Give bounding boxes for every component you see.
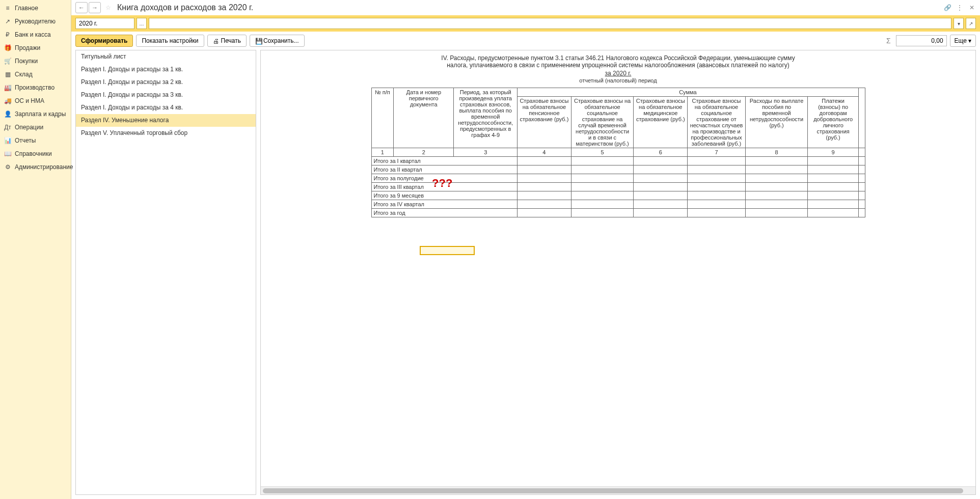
table-cell[interactable]: [634, 183, 688, 191]
nav-item-directories[interactable]: 📖 Справочники: [0, 147, 71, 160]
table-row: Итого за II квартал: [371, 165, 865, 174]
table-cell[interactable]: [808, 165, 859, 174]
table-cell[interactable]: [688, 183, 746, 191]
section-q2[interactable]: Раздел I. Доходы и расходы за 2 кв.: [76, 76, 256, 89]
nav-item-main[interactable]: ≡ Главное: [0, 2, 71, 15]
nav-item-warehouse[interactable]: ▦ Склад: [0, 68, 71, 81]
table-cell[interactable]: [745, 209, 807, 217]
table-cell[interactable]: [688, 174, 746, 183]
table-cell[interactable]: [571, 200, 633, 209]
scrollbar-thumb[interactable]: [263, 488, 963, 493]
section-title-page[interactable]: Титульный лист: [76, 50, 256, 63]
nav-item-sales[interactable]: 🎁 Продажи: [0, 41, 71, 54]
horizontal-scrollbar[interactable]: [261, 486, 975, 494]
nav-item-operations[interactable]: Дт Операции: [0, 121, 71, 134]
nav-label: Администрирование: [15, 163, 73, 171]
section-trade-fee[interactable]: Раздел V. Уплаченный торговый сбор: [76, 127, 256, 140]
table-cell[interactable]: [808, 191, 859, 200]
section-q4[interactable]: Раздел I. Доходы и расходы за 4 кв.: [76, 101, 256, 114]
table-cell[interactable]: [688, 157, 746, 165]
save-button[interactable]: 💾Сохранить...: [250, 35, 305, 47]
table-cell[interactable]: [517, 191, 571, 200]
row-label[interactable]: Итого за год: [371, 209, 517, 217]
section-q1[interactable]: Раздел I. Доходы и расходы за 1 кв.: [76, 63, 256, 76]
generate-button[interactable]: Сформировать: [75, 35, 133, 47]
table-cell[interactable]: [571, 209, 633, 217]
favorite-button[interactable]: ☆: [103, 3, 113, 12]
table-cell[interactable]: [688, 165, 746, 174]
row-label[interactable]: Итого за 9 месяцев: [371, 191, 517, 200]
table-cell[interactable]: [571, 183, 633, 191]
table-cell[interactable]: [517, 174, 571, 183]
table-cell[interactable]: [688, 209, 746, 217]
table-cell[interactable]: [745, 200, 807, 209]
period-input[interactable]: [75, 18, 134, 29]
back-button[interactable]: ←: [75, 2, 88, 13]
table-cell[interactable]: [808, 209, 859, 217]
selected-cell[interactable]: [420, 246, 475, 255]
nav-item-manager[interactable]: ↗ Руководителю: [0, 15, 71, 28]
nav-item-admin[interactable]: ⚙ Администрирование: [0, 160, 71, 174]
nav-item-bank[interactable]: ₽ Банк и касса: [0, 28, 71, 41]
table-cell[interactable]: [571, 165, 633, 174]
table-cell[interactable]: [634, 209, 688, 217]
sum-output[interactable]: [896, 35, 947, 46]
menu-button[interactable]: ⋮: [956, 4, 964, 12]
more-button[interactable]: Еще▾: [950, 35, 976, 47]
table-cell[interactable]: [808, 183, 859, 191]
table-cell[interactable]: [858, 174, 865, 183]
dropdown-button[interactable]: ▾: [954, 18, 964, 29]
nav-label: Покупки: [15, 58, 38, 65]
nav-item-assets[interactable]: 🚚 ОС и НМА: [0, 94, 71, 107]
table-cell[interactable]: [808, 157, 859, 165]
table-cell[interactable]: [745, 183, 807, 191]
row-label[interactable]: Итого за II квартал: [371, 165, 517, 174]
period-picker-button[interactable]: ...: [137, 18, 147, 29]
row-label[interactable]: Итого за IV квартал: [371, 200, 517, 209]
close-button[interactable]: ✕: [968, 4, 976, 12]
table-cell[interactable]: [808, 200, 859, 209]
table-cell[interactable]: [808, 174, 859, 183]
table-cell[interactable]: [634, 165, 688, 174]
table-cell[interactable]: [858, 157, 865, 165]
row-label[interactable]: Итого за I квартал: [371, 157, 517, 165]
table-cell[interactable]: [745, 157, 807, 165]
table-cell[interactable]: [858, 183, 865, 191]
col-num-9: 9: [808, 148, 859, 157]
col-num-extra: [858, 148, 865, 157]
table-cell[interactable]: [688, 200, 746, 209]
table-cell[interactable]: [858, 200, 865, 209]
open-button[interactable]: ↗: [966, 18, 976, 29]
nav-item-payroll[interactable]: 👤 Зарплата и кадры: [0, 107, 71, 121]
print-button[interactable]: 🖨Печать: [207, 35, 247, 47]
table-cell[interactable]: [517, 209, 571, 217]
table-cell[interactable]: [745, 165, 807, 174]
table-cell[interactable]: [571, 174, 633, 183]
nav-item-purchases[interactable]: 🛒 Покупки: [0, 54, 71, 68]
section-tax-reduction[interactable]: Раздел IV. Уменьшение налога: [76, 114, 256, 127]
table-cell[interactable]: [634, 157, 688, 165]
section-q3[interactable]: Раздел I. Доходы и расходы за 3 кв.: [76, 89, 256, 101]
table-cell[interactable]: [517, 165, 571, 174]
table-cell[interactable]: [517, 183, 571, 191]
main-filter-input[interactable]: [149, 18, 951, 29]
table-cell[interactable]: [634, 191, 688, 200]
table-cell[interactable]: [571, 157, 633, 165]
link-button[interactable]: 🔗: [943, 4, 951, 12]
nav-item-production[interactable]: 🏭 Производство: [0, 81, 71, 94]
nav-label: Склад: [15, 71, 33, 78]
table-cell[interactable]: [571, 191, 633, 200]
show-settings-button[interactable]: Показать настройки: [136, 35, 204, 47]
table-cell[interactable]: [688, 191, 746, 200]
table-cell[interactable]: [634, 200, 688, 209]
table-cell[interactable]: [858, 209, 865, 217]
forward-button[interactable]: →: [89, 2, 101, 13]
table-cell[interactable]: [517, 200, 571, 209]
table-cell[interactable]: [858, 165, 865, 174]
nav-item-reports[interactable]: 📊 Отчеты: [0, 134, 71, 147]
table-cell[interactable]: [745, 191, 807, 200]
table-cell[interactable]: [634, 174, 688, 183]
table-cell[interactable]: [858, 191, 865, 200]
table-cell[interactable]: [517, 157, 571, 165]
table-cell[interactable]: [745, 174, 807, 183]
